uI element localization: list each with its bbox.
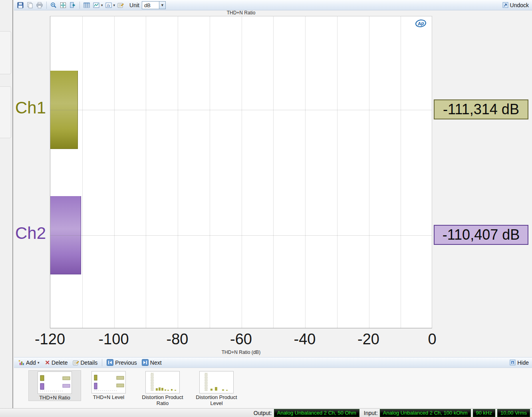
print-icon[interactable] — [36, 1, 44, 9]
thumbnail-chart — [91, 371, 126, 393]
previous-label: Previous — [115, 359, 137, 366]
audio-precision-logo: Ap — [415, 19, 427, 28]
input-config-badge[interactable]: Analog Unbalanced 2 Ch, 100 kOhm — [380, 409, 471, 417]
thumbnail-label: Distortion Product Ratio — [136, 394, 189, 406]
category-label-ch1: Ch1 — [1, 98, 46, 117]
value-badge-ch2: -110,407 dB — [434, 225, 528, 245]
hide-icon — [510, 359, 516, 365]
gridline — [401, 16, 401, 328]
thumbnail-label: Distortion Product Level — [190, 394, 243, 406]
hide-button[interactable]: Hide — [510, 359, 529, 366]
table-icon[interactable] — [83, 1, 91, 9]
gridline — [369, 16, 369, 328]
thumbnail-distortion-product-ratio[interactable]: Distortion Product Ratio — [136, 370, 189, 406]
row-gridline — [50, 110, 432, 110]
unit-label: Unit — [129, 2, 139, 8]
gridline — [210, 16, 210, 328]
graph-toolbar: ▾ fx ▾ Unit dB ▼ Undock — [14, 0, 532, 10]
add-label: Add — [26, 359, 36, 366]
toolbar-separator — [102, 359, 102, 366]
thumbnail-distortion-product-level[interactable]: Distortion Product Level — [190, 370, 243, 406]
thumbnail-thdn-level[interactable]: THD+N Level — [82, 370, 135, 400]
delete-x-icon: ✕ — [45, 359, 50, 366]
hide-label: Hide — [517, 359, 529, 366]
thumbnail-chart — [38, 371, 72, 394]
graph-dropdown-caret[interactable]: ▾ — [101, 3, 103, 7]
ap-measurement-window: ▾ fx ▾ Unit dB ▼ Undock THD+N Ratio THD+… — [0, 0, 532, 417]
add-dropdown-caret[interactable]: ▾ — [38, 361, 40, 365]
chart-title: THD+N Ratio — [50, 10, 432, 16]
input-range-badge[interactable]: 10,00 Vrms — [497, 409, 530, 417]
x-tick-label: -100 — [86, 331, 142, 348]
gridline — [242, 16, 242, 328]
delete-button[interactable]: ✕ Delete — [45, 359, 67, 366]
svg-text:fx: fx — [107, 3, 110, 7]
gridline — [305, 16, 306, 328]
input-label: Input: — [364, 410, 378, 416]
add-button[interactable]: Add ▾ — [18, 359, 40, 366]
delete-label: Delete — [52, 359, 67, 366]
x-tick-label: -40 — [277, 331, 333, 348]
previous-button[interactable]: Previous — [107, 359, 137, 366]
undock-button[interactable]: Undock — [502, 2, 529, 8]
results-toolbar: Add ▾ ✕ Delete Details Previous Next Hid… — [14, 357, 532, 368]
gridline — [146, 16, 146, 328]
bandwidth-badge[interactable]: 90 kHz — [473, 409, 495, 417]
status-bar: Output: Analog Unbalanced 2 Ch, 50 Ohm I… — [0, 408, 532, 417]
x-tick-label: -80 — [149, 331, 205, 348]
gridline — [114, 16, 115, 328]
properties-icon[interactable] — [117, 1, 125, 9]
unit-value[interactable]: dB — [142, 1, 159, 9]
next-label: Next — [150, 359, 162, 366]
save-icon[interactable] — [16, 1, 24, 9]
next-button[interactable]: Next — [142, 359, 162, 366]
fit-icon[interactable] — [59, 1, 67, 9]
value-badge-ch1: -111,314 dB — [434, 99, 528, 119]
toolbar-separator — [46, 2, 47, 9]
add-chart-icon — [18, 359, 24, 366]
thumbnail-label: THD+N Ratio — [29, 395, 81, 401]
undock-label: Undock — [510, 2, 529, 8]
thumbnail-chart — [199, 371, 234, 393]
gridline — [273, 16, 274, 328]
toolbar-separator — [79, 2, 80, 9]
x-axis-label: THD+N Ratio (dB) — [50, 349, 432, 355]
previous-icon — [107, 359, 113, 366]
left-dock-groupbox — [0, 31, 11, 74]
x-tick-label: 0 — [404, 331, 460, 348]
output-config-badge[interactable]: Analog Unbalanced 2 Ch, 50 Ohm — [274, 409, 359, 417]
category-label-ch2: Ch2 — [1, 224, 46, 243]
row-gridline — [50, 235, 432, 236]
unit-dropdown-caret[interactable]: ▼ — [159, 1, 166, 9]
derived-results-panel: THD+N Ratio THD+N Level Distortion Produ… — [14, 368, 532, 408]
copy-icon[interactable] — [26, 1, 34, 9]
details-button[interactable]: Details — [73, 359, 98, 366]
left-dock-panel — [0, 0, 13, 408]
x-tick-label: -20 — [341, 331, 397, 348]
x-tick-label: -60 — [213, 331, 269, 348]
details-label: Details — [81, 359, 98, 366]
thumbnail-chart — [145, 371, 180, 393]
gridline — [178, 16, 178, 328]
zoom-icon[interactable] — [50, 1, 58, 9]
details-icon — [73, 359, 79, 366]
gridline — [82, 16, 83, 328]
fx-icon[interactable]: fx — [105, 1, 113, 9]
thumbnail-label: THD+N Level — [82, 394, 135, 400]
thumbnail-thdn-ratio[interactable]: THD+N Ratio — [28, 370, 81, 401]
next-icon — [142, 359, 149, 366]
graph-icon[interactable] — [92, 1, 100, 9]
fx-dropdown-caret[interactable]: ▾ — [113, 3, 115, 7]
gridline — [337, 16, 337, 328]
unit-combobox[interactable]: dB ▼ — [142, 1, 166, 9]
export-icon[interactable] — [69, 1, 77, 9]
bar-chart-plot-area: Ap — [50, 16, 432, 328]
x-tick-label: -120 — [22, 331, 78, 348]
output-label: Output: — [254, 410, 272, 416]
undock-icon — [502, 2, 508, 8]
